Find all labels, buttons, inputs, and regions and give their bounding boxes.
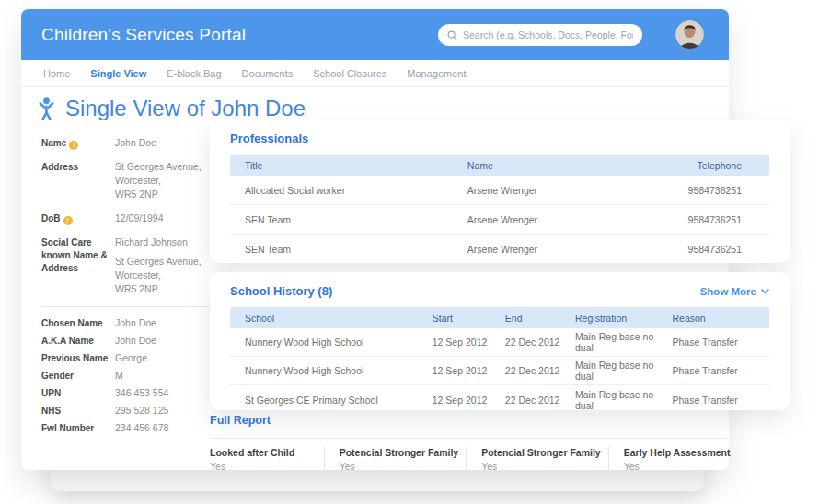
profile-field-chosen-name: Chosen Name John Doe: [41, 316, 218, 330]
cell-title: Allocated Social worker: [230, 185, 467, 196]
cell-school: Nunnery Wood High School: [230, 337, 433, 348]
field-value: George: [115, 351, 218, 365]
cell-end: 22 Dec 2012: [505, 365, 575, 376]
school-history-card: School History (8) Show More School Star…: [210, 272, 790, 410]
show-more-label: Show More: [700, 286, 756, 297]
column-header-school: School: [230, 313, 433, 324]
profile-field-upn: UPN 346 453 554: [41, 386, 218, 400]
cell-school: St Georges CE Primary School: [230, 395, 433, 406]
full-report-section: Full Report Looked after Child Yes Poten…: [210, 411, 727, 472]
nav-item-home[interactable]: Home: [43, 68, 70, 79]
stat-value: Yes: [340, 461, 459, 472]
profile-divider: [41, 306, 218, 307]
stat-potencial-stronger-family-1: Potencial Stronger Family Yes: [324, 447, 467, 472]
profile-field-previous-name: Previous Name George: [41, 351, 218, 365]
field-value: 346 453 554: [115, 386, 218, 400]
cell-name: Arsene Wrenger: [467, 185, 662, 196]
professionals-header-row: Title Name Telephone: [230, 155, 769, 176]
cell-title: SEN Team: [230, 214, 467, 225]
profile-field-dob: DoB! 12/09/1994: [41, 212, 218, 225]
profile-panel: Name! John Doe Address St Georges Avenue…: [41, 136, 218, 439]
field-value: 12/09/1994: [115, 212, 218, 225]
nav-bar: Home Single View E-black Bag Documents S…: [21, 60, 729, 87]
page-title: Single View of John Doe: [65, 96, 306, 121]
search-bar[interactable]: [438, 24, 642, 46]
chevron-down-icon: [761, 289, 769, 294]
stat-label: Potencial Stronger Family: [481, 447, 601, 458]
field-label: Gender: [41, 369, 115, 383]
show-more-button[interactable]: Show More: [700, 286, 769, 297]
cell-reason: Phase Transfer: [673, 337, 770, 348]
field-label: Address: [41, 160, 115, 201]
nav-item-single-view[interactable]: Single View: [90, 68, 146, 79]
field-value-line: Worcester,: [115, 269, 218, 282]
profile-field-aka-name: A.K.A Name John Doe: [41, 334, 218, 348]
professionals-row[interactable]: SEN Team Arsene Wrenger 9584736251: [230, 205, 769, 235]
nav-item-school-closures[interactable]: School Closures: [313, 68, 386, 79]
school-history-row[interactable]: Nunnery Wood High School 12 Sep 2012 22 …: [230, 328, 769, 357]
cell-school: Nunnery Wood High School: [230, 365, 433, 376]
field-label: Fwl Number: [41, 421, 115, 435]
field-label: DoB: [41, 213, 61, 223]
profile-field-fwl-number: Fwl Number 234 456 678: [41, 421, 218, 435]
cell-start: 12 Sep 2012: [433, 365, 505, 376]
stat-label: Looked after Child: [210, 447, 317, 458]
profile-field-gender: Gender M: [41, 369, 218, 383]
professionals-row[interactable]: Allocated Social worker Arsene Wrenger 9…: [230, 176, 769, 205]
field-label: Previous Name: [41, 351, 115, 365]
stat-value: Yes: [210, 461, 317, 472]
stat-early-help-assessment: Early Help Assessment Yes: [608, 447, 738, 472]
cell-name: Arsene Wrenger: [467, 244, 662, 255]
cell-registration: Main Reg base no dual: [575, 360, 672, 382]
school-history-title: School History (8): [230, 284, 332, 298]
column-header-name: Name: [467, 160, 662, 171]
professionals-row[interactable]: SEN Team Arsene Wrenger 9584736251: [230, 235, 769, 264]
field-value-line: St Georges Avenue,: [115, 255, 218, 269]
school-history-header-row: School Start End Registration Reason: [230, 307, 769, 328]
info-icon[interactable]: !: [63, 216, 73, 225]
cell-title: SEN Team: [230, 244, 467, 255]
field-label: Social Care known Name & Address: [41, 235, 115, 296]
cell-end: 22 Dec 2012: [505, 337, 575, 348]
cell-name: Arsene Wrenger: [467, 214, 662, 225]
stat-label: Potencial Stronger Family: [340, 447, 459, 458]
professionals-card: Professionals Title Name Telephone Alloc…: [210, 120, 790, 263]
school-history-row[interactable]: Nunnery Wood High School 12 Sep 2012 22 …: [230, 357, 769, 385]
page-title-row: Single View of John Doe: [37, 96, 306, 121]
user-avatar[interactable]: [675, 20, 704, 49]
app-header: Children's Services Portal: [21, 9, 729, 60]
full-report-stats: Looked after Child Yes Potencial Stronge…: [210, 439, 727, 472]
column-header-title: Title: [230, 160, 467, 171]
profile-field-social-care: Social Care known Name & Address Richard…: [41, 235, 218, 296]
field-value: John Doe: [115, 316, 218, 330]
field-value: John Doe: [115, 136, 218, 150]
school-history-row[interactable]: St Georges CE Primary School 12 Sep 2012…: [230, 385, 769, 414]
full-report-link[interactable]: Full Report: [210, 414, 271, 427]
field-value: John Doe: [115, 334, 218, 348]
cell-end: 22 Dec 2012: [505, 395, 575, 406]
field-label: UPN: [41, 386, 115, 400]
cell-telephone: 9584736251: [662, 214, 769, 225]
nav-item-documents[interactable]: Documents: [242, 68, 294, 79]
search-input[interactable]: [463, 29, 633, 40]
field-label: Name: [41, 138, 66, 148]
column-header-start: Start: [433, 313, 505, 324]
stat-potencial-stronger-family-2: Potencial Stronger Family Yes: [466, 447, 608, 472]
cell-telephone: 9584736251: [662, 185, 769, 196]
cell-registration: Main Reg base no dual: [575, 331, 672, 353]
nav-item-management[interactable]: Management: [407, 68, 466, 79]
search-icon: [447, 30, 457, 40]
field-label: A.K.A Name: [41, 334, 115, 348]
cell-reason: Phase Transfer: [673, 365, 770, 376]
stat-label: Early Help Assessment: [624, 447, 731, 458]
children-services-portal-page: Children's Services Portal Home S: [0, 0, 819, 504]
info-icon[interactable]: !: [69, 141, 78, 150]
column-header-telephone: Telephone: [662, 160, 769, 171]
profile-field-name: Name! John Doe: [41, 136, 218, 150]
field-label: NHS: [41, 404, 115, 418]
cell-start: 12 Sep 2012: [433, 337, 505, 348]
professionals-title: Professionals: [230, 132, 308, 145]
field-value-line: Worcester,: [115, 174, 218, 188]
nav-item-e-black-bag[interactable]: E-black Bag: [167, 68, 221, 79]
field-value: 234 456 678: [115, 421, 218, 435]
